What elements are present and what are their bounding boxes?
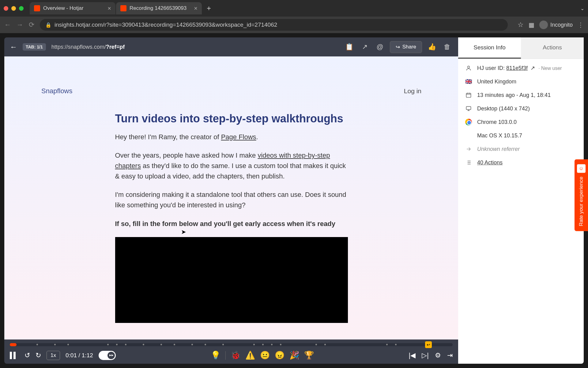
hotjar-favicon-icon [120, 5, 126, 11]
minimize-window-button[interactable] [11, 6, 16, 11]
playback-bar: ↩ ↺ ↻ 1x 0:01 / 1:12 ▸▸ 💡 🐞 ⚠️ 😐 � [4, 339, 458, 364]
os-row: Mac OS X 10.15.7 [465, 132, 577, 139]
timestamp-row: 13 minutes ago - Aug 1, 18:41 [465, 91, 577, 99]
warning-emoji-icon[interactable]: ⚠️ [245, 351, 255, 360]
trophy-emoji-icon[interactable]: 🏆 [304, 351, 314, 360]
skip-inactivity-toggle[interactable]: ▸▸ [99, 351, 116, 360]
svg-point-0 [468, 66, 470, 68]
recording-viewport: Snapflows Log in Turn videos into step-b… [4, 56, 458, 339]
close-tab-icon[interactable]: × [107, 5, 111, 12]
timestamp-label: 13 minutes ago - Aug 1, 18:41 [477, 92, 551, 98]
close-tab-icon[interactable]: × [194, 5, 198, 12]
page-title: Turn videos into step-by-step walkthroug… [115, 112, 348, 125]
tab-counter-badge: TAB: 1/1 [23, 43, 46, 51]
bookmark-star-icon[interactable]: ☆ [518, 21, 524, 29]
incognito-indicator: Incognito [539, 21, 573, 29]
recorded-cursor-icon: ➤ [181, 228, 186, 236]
open-user-external-icon[interactable]: ↗ [530, 65, 535, 71]
chrome-icon [465, 118, 472, 126]
incognito-label: Incognito [550, 22, 573, 28]
browser-row: Chrome 103.0.0 [465, 118, 577, 126]
session-sidebar: Session Info Actions HJ user ID: 811e5f3… [458, 37, 584, 364]
browser-toolbar: ← → ⟳ 🔒 insights.hotjar.com/r?site=30904… [0, 17, 588, 33]
browser-menu-icon[interactable]: ⋮ [578, 21, 584, 29]
user-id-row: HJ user ID: 811e5f3f ↗ · New user [465, 64, 577, 72]
insight-emoji-icon[interactable]: 💡 [211, 351, 221, 360]
new-tab-button[interactable]: + [207, 4, 211, 13]
login-link[interactable]: Log in [404, 87, 421, 95]
neutral-emoji-icon[interactable]: 😐 [260, 351, 270, 360]
next-recording-button[interactable]: ▷| [422, 351, 429, 359]
sidebar-tabs: Session Info Actions [458, 37, 584, 59]
time-display: 0:01 / 1:12 [66, 352, 93, 359]
desktop-icon [465, 105, 472, 112]
timeline-end-marker-icon: ↩ [425, 341, 432, 348]
forward-10-button[interactable]: ↻ [36, 351, 41, 359]
pause-button[interactable] [10, 352, 19, 359]
browser-label: Chrome 103.0.0 [477, 119, 517, 125]
address-bar[interactable]: 🔒 insights.hotjar.com/r?site=3090413&rec… [40, 19, 508, 31]
clipboard-icon[interactable]: 📋 [344, 41, 355, 52]
extensions-icon[interactable]: ▦ [529, 21, 534, 29]
user-id-link[interactable]: 811e5f3f [506, 65, 528, 71]
prev-recording-button[interactable]: |◀ [409, 351, 416, 359]
back-arrow-button[interactable]: ← [10, 43, 17, 51]
timeline-scrubber[interactable]: ↩ [10, 343, 453, 346]
user-icon [465, 64, 472, 72]
timeline-events [10, 343, 453, 346]
trash-icon[interactable]: 🗑 [442, 41, 453, 52]
share-icon: ↪ [396, 44, 400, 50]
browser-tab-overview[interactable]: Overview - Hotjar × [30, 2, 115, 14]
thumbs-up-icon[interactable]: 👍 [426, 41, 437, 52]
intro-paragraph-1: Hey there! I'm Ramy, the creator of Page… [115, 132, 348, 142]
hotjar-app: ← TAB: 1/1 https://snapflows.com/?ref=pf… [0, 33, 588, 368]
reaction-emoji-bar: 💡 🐞 ⚠️ 😐 😠 🎉 🏆 [211, 351, 314, 360]
maximize-window-button[interactable] [19, 6, 24, 11]
apple-icon [465, 132, 472, 139]
referrer-label: Unknown referrer [477, 146, 520, 152]
lock-icon: 🔒 [45, 22, 51, 28]
session-info-list: HJ user ID: 811e5f3f ↗ · New user 🇬🇧 Uni… [458, 59, 584, 172]
window-controls [4, 6, 24, 11]
collapse-panel-icon[interactable]: ⇥ [447, 351, 453, 359]
tab-title: Recording 14266539093 [130, 5, 187, 11]
cta-paragraph: If so, fill in the form below and you'll… [115, 219, 348, 229]
playback-speed-button[interactable]: 1x [47, 351, 60, 360]
browser-tab-strip: Overview - Hotjar × Recording 1426653909… [0, 0, 588, 17]
back-button[interactable]: ← [4, 21, 11, 29]
actions-count-link[interactable]: 40 Actions [477, 159, 503, 166]
referrer-icon [465, 145, 472, 153]
svg-rect-2 [466, 106, 471, 109]
forward-button[interactable]: → [17, 21, 23, 29]
svg-rect-1 [466, 93, 471, 97]
embedded-video-placeholder[interactable] [115, 237, 348, 323]
party-emoji-icon[interactable]: 🎉 [289, 351, 299, 360]
feedback-label: Rate your experience [578, 177, 584, 226]
os-label: Mac OS X 10.15.7 [477, 132, 522, 139]
list-icon [465, 159, 472, 166]
reload-button[interactable]: ⟳ [29, 21, 34, 29]
feedback-side-tab[interactable]: Rate your experience ☺ [575, 159, 588, 231]
country-label: United Kingdom [477, 79, 516, 85]
close-window-button[interactable] [4, 6, 8, 11]
hotjar-favicon-icon [34, 5, 40, 11]
settings-gear-icon[interactable]: ⚙ [435, 351, 441, 359]
recorded-page-url: https://snapflows.com/?ref=pf [51, 44, 125, 50]
tab-session-info[interactable]: Session Info [458, 37, 521, 59]
bug-emoji-icon[interactable]: 🐞 [231, 351, 240, 360]
incognito-icon [539, 21, 548, 29]
at-mention-icon[interactable]: @ [375, 41, 386, 52]
calendar-icon [465, 91, 472, 99]
tabs-dropdown-icon[interactable]: ⌄ [580, 6, 584, 11]
tab-actions[interactable]: Actions [521, 37, 584, 59]
share-label: Share [402, 44, 416, 50]
rewind-10-button[interactable]: ↺ [24, 351, 30, 359]
share-button[interactable]: ↪ Share [390, 41, 422, 53]
page-flows-link[interactable]: Page Flows [221, 133, 256, 141]
site-brand[interactable]: Snapflows [41, 87, 73, 95]
feedback-smiley-icon: ☺ [577, 164, 586, 173]
browser-tab-recording[interactable]: Recording 14266539093 × [116, 2, 202, 14]
open-external-icon[interactable]: ↗ [359, 41, 370, 52]
intro-paragraph-3: I'm considering making it a standalone t… [115, 190, 348, 210]
angry-emoji-icon[interactable]: 😠 [275, 351, 285, 360]
